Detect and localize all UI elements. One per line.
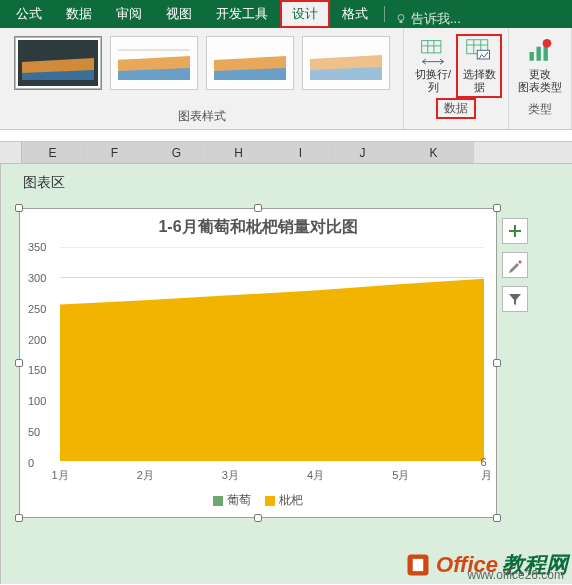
legend-label-1: 葡萄 [227,493,251,507]
tab-data[interactable]: 数据 [54,0,104,28]
chart-style-3[interactable] [206,36,294,90]
resize-handle-mr[interactable] [493,359,501,367]
chart-style-4[interactable] [302,36,390,90]
y-tick-label: 250 [28,303,46,315]
tab-view[interactable]: 视图 [154,0,204,28]
col-header-E[interactable]: E [22,142,84,163]
x-tick-label: 3月 [222,468,239,483]
svg-rect-18 [477,50,489,59]
y-tick-label: 50 [28,426,40,438]
y-tick-label: 100 [28,395,46,407]
change-type-icon [526,38,554,66]
svg-point-22 [543,39,552,48]
col-header-I[interactable]: I [270,142,332,163]
watermark-url: www.office26.com [468,568,565,582]
chart-filter-button[interactable] [502,286,528,312]
office-logo-icon [404,551,432,579]
resize-handle-bl[interactable] [15,514,23,522]
switch-rowcol-label: 切换行/列 [410,68,456,94]
col-header-G[interactable]: G [146,142,208,163]
group-label-data: 数据 [436,98,476,119]
tab-format[interactable]: 格式 [330,0,380,28]
group-label-type: 类型 [517,98,563,122]
svg-rect-16 [422,40,441,52]
chart-styles-button[interactable] [502,252,528,278]
resize-handle-tl[interactable] [15,204,23,212]
worksheet-area[interactable]: 图表区 1-6月葡萄和枇杷销量对比图 葡萄 枇杷 050100150200250… [0,164,572,584]
chart-object[interactable]: 1-6月葡萄和枇杷销量对比图 葡萄 枇杷 0501001502002503003… [19,208,497,518]
resize-handle-ml[interactable] [15,359,23,367]
col-header-K[interactable]: K [394,142,474,163]
column-headers: E F G H I J K [0,142,572,164]
tab-formulas[interactable]: 公式 [4,0,54,28]
select-data-button[interactable]: 选择数据 [456,34,502,98]
resize-handle-bm[interactable] [254,514,262,522]
x-tick-label: 5月 [392,468,409,483]
y-tick-label: 300 [28,272,46,284]
tab-developer[interactable]: 开发工具 [204,0,280,28]
svg-point-0 [398,15,404,21]
chart-side-buttons [502,218,528,312]
select-data-label: 选择数据 [458,68,500,94]
select-data-icon [465,38,493,66]
svg-rect-20 [537,47,541,61]
tell-me-label: 告诉我... [411,10,461,28]
switch-rowcol-icon [419,38,447,66]
bulb-icon [395,13,407,25]
legend-label-2: 枇杷 [279,493,303,507]
tab-review[interactable]: 审阅 [104,0,154,28]
chart-plot-area[interactable] [60,247,484,461]
col-header-F[interactable]: F [84,142,146,163]
brush-icon [507,257,523,273]
chart-elements-button[interactable] [502,218,528,244]
change-chart-type-button[interactable]: 更改 图表类型 [517,34,563,98]
resize-handle-tr[interactable] [493,204,501,212]
ribbon-body: 图表样式 切换行/列 选择数据 数据 更改 图表类型 类型 [0,28,572,130]
chart-styles-gallery [0,28,403,105]
y-tick-label: 200 [28,334,46,346]
legend-item-2[interactable]: 枇杷 [265,492,303,509]
resize-handle-br[interactable] [493,514,501,522]
x-tick-label: 4月 [307,468,324,483]
x-tick-label: 1月 [51,468,68,483]
y-tick-label: 0 [28,457,34,469]
formula-bar-area [0,130,572,142]
svg-marker-32 [60,279,484,461]
filter-icon [507,291,523,307]
switch-row-col-button[interactable]: 切换行/列 [410,34,456,98]
x-tick-label: 2月 [137,468,154,483]
svg-rect-34 [413,559,424,571]
x-tick-label: 6月 [481,456,492,483]
plus-icon [507,223,523,239]
legend-item-1[interactable]: 葡萄 [213,492,251,509]
change-type-label: 更改 图表类型 [518,68,562,94]
y-tick-label: 150 [28,364,46,376]
separator [384,6,385,22]
group-label-styles: 图表样式 [0,105,403,129]
chart-style-1[interactable] [14,36,102,90]
tab-design[interactable]: 设计 [280,0,330,28]
ribbon-tabs: 公式 数据 审阅 视图 开发工具 设计 格式 告诉我... [0,0,572,28]
col-header-J[interactable]: J [332,142,394,163]
header-corner[interactable] [0,142,22,163]
resize-handle-tm[interactable] [254,204,262,212]
svg-rect-19 [530,52,534,61]
chart-style-2[interactable] [110,36,198,90]
chart-legend[interactable]: 葡萄 枇杷 [20,492,496,509]
chart-area-label: 图表区 [23,174,65,192]
col-header-H[interactable]: H [208,142,270,163]
chart-title[interactable]: 1-6月葡萄和枇杷销量对比图 [20,209,496,242]
y-tick-label: 350 [28,241,46,253]
tell-me[interactable]: 告诉我... [395,10,461,28]
